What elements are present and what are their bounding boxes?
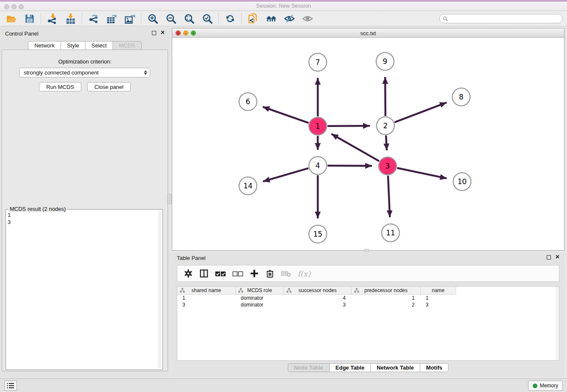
table-cell[interactable]: 3 (177, 301, 236, 308)
edge-1-6[interactable] (263, 107, 308, 123)
edge-2-9[interactable] (385, 77, 385, 116)
hierarchy-icon (286, 288, 292, 293)
graph-node-8[interactable]: 8 (452, 88, 470, 106)
table-scrollbar[interactable] (556, 287, 559, 360)
network-window-titlebar[interactable]: × − + scc.txt (172, 28, 564, 38)
table-row[interactable]: 3dominator323 (177, 301, 559, 308)
home-icon[interactable] (265, 13, 277, 24)
edge-4-14[interactable] (263, 168, 308, 181)
edge-2-8[interactable] (395, 102, 447, 122)
function-builder-icon[interactable]: f(x) (297, 269, 311, 278)
column-header-name[interactable]: name (421, 287, 456, 295)
table-settings-gear-icon[interactable] (184, 269, 193, 278)
graph-node-3[interactable]: 3 (379, 157, 396, 175)
save-session-icon[interactable] (24, 13, 35, 24)
zoom-fit-icon[interactable] (183, 13, 195, 24)
delete-column-trash-icon[interactable] (265, 269, 275, 278)
export-image-icon[interactable] (124, 13, 135, 24)
create-column-icon[interactable] (250, 269, 259, 278)
table-cell[interactable]: 1 (352, 295, 421, 301)
table-cell[interactable]: 1 (177, 295, 236, 301)
zoom-in-icon[interactable] (147, 13, 158, 24)
tab-node-table[interactable]: Node Table (288, 363, 330, 372)
column-header-MCDS-role[interactable]: MCDS role (236, 287, 284, 295)
node-label: 10 (457, 177, 467, 186)
control-panel: Control Panel × NetworkStyleSelectMCDS O… (0, 26, 170, 378)
import-table-icon[interactable] (65, 13, 76, 24)
result-scrollbar[interactable] (158, 210, 162, 368)
criterion-select[interactable]: strongly connected component (19, 68, 150, 77)
horizontal-splitter-grip[interactable] (364, 249, 369, 252)
tab-network[interactable]: Network (28, 41, 61, 50)
edge-3-10[interactable] (397, 168, 447, 179)
select-all-icon[interactable] (215, 270, 226, 277)
memory-button[interactable]: Memory (528, 381, 563, 391)
close-panel-icon[interactable]: × (161, 30, 165, 35)
table-body: 1dominator4113dominator323 (177, 295, 559, 308)
search-icon (443, 16, 448, 22)
table-cell[interactable]: dominator (236, 295, 284, 301)
edge-2-3[interactable] (386, 135, 387, 150)
table-cell[interactable]: dominator (236, 301, 284, 308)
graph-node-4[interactable]: 4 (309, 157, 327, 174)
mcds-result-text: 1 3 (8, 211, 157, 368)
table-toolbar: f(x) (177, 265, 559, 282)
float-table-panel-icon[interactable] (547, 255, 551, 259)
export-table-icon[interactable] (106, 13, 117, 24)
graph-node-7[interactable]: 7 (309, 53, 327, 71)
network-view-window: × − + scc.txt 7968124314101511 (172, 28, 564, 251)
refresh-icon[interactable] (224, 13, 236, 24)
float-panel-icon[interactable] (152, 31, 156, 35)
tab-style[interactable]: Style (61, 41, 85, 50)
graph-node-14[interactable]: 14 (239, 177, 257, 195)
delete-table-icon[interactable] (281, 270, 291, 277)
zoom-selected-icon[interactable] (201, 13, 213, 24)
graph-node-10[interactable]: 10 (453, 173, 471, 190)
close-panel-button[interactable]: Close panel (87, 82, 131, 91)
graph-node-11[interactable]: 11 (382, 224, 399, 242)
table-cell[interactable]: 3 (284, 301, 352, 308)
graph-node-15[interactable]: 15 (309, 225, 327, 243)
export-network-icon[interactable] (88, 13, 99, 24)
vertical-splitter-grip[interactable] (167, 194, 172, 204)
table-row[interactable]: 1dominator411 (177, 295, 559, 301)
task-history-button[interactable] (4, 381, 17, 391)
zoom-out-icon[interactable] (165, 13, 176, 24)
edge-1-2[interactable] (328, 126, 370, 126)
edge-3-11[interactable] (388, 176, 390, 217)
network-canvas[interactable]: 7968124314101511 (172, 38, 564, 250)
hierarchy-icon (180, 288, 185, 293)
column-header-shared-name[interactable]: shared name (177, 287, 236, 295)
import-network-icon[interactable] (47, 13, 58, 24)
table-cell[interactable]: 1 (421, 295, 456, 301)
close-table-panel-icon[interactable]: × (556, 255, 559, 259)
hide-graphics-details-icon[interactable] (284, 13, 295, 24)
search-input[interactable] (448, 15, 562, 22)
column-header-predecessor-nodes[interactable]: predecessor nodes (352, 287, 421, 295)
graph-node-6[interactable]: 6 (239, 93, 257, 110)
graph-node-2[interactable]: 2 (377, 117, 394, 135)
graph-node-9[interactable]: 9 (376, 52, 394, 70)
clone-network-icon[interactable] (247, 13, 259, 24)
search-box[interactable] (439, 14, 563, 23)
open-session-icon[interactable] (6, 13, 17, 24)
tab-network-table[interactable]: Network Table (371, 363, 420, 372)
graph-node-1[interactable]: 1 (309, 117, 327, 135)
run-mcds-button[interactable]: Run MCDS (39, 82, 81, 91)
column-header-successor-nodes[interactable]: successor nodes (284, 287, 352, 295)
edge-3-1[interactable] (331, 134, 379, 161)
network-graph[interactable]: 7968124314101511 (172, 38, 564, 250)
window-top-strip (0, 0, 567, 2)
deselect-all-icon[interactable] (232, 270, 243, 277)
show-graphics-details-icon[interactable] (302, 13, 313, 24)
tab-motifs[interactable]: Motifs (420, 363, 449, 372)
table-cell[interactable]: 3 (421, 301, 456, 308)
edge-4-3[interactable] (328, 166, 372, 166)
table-cell[interactable]: 2 (352, 301, 421, 308)
tab-select[interactable]: Select (85, 41, 113, 50)
table-cell[interactable]: 4 (284, 295, 352, 301)
tab-mcds[interactable]: MCDS (113, 41, 141, 50)
show-columns-icon[interactable] (199, 269, 209, 278)
node-table[interactable]: shared nameMCDS rolesuccessor nodesprede… (177, 286, 559, 361)
tab-edge-table[interactable]: Edge Table (330, 363, 371, 372)
